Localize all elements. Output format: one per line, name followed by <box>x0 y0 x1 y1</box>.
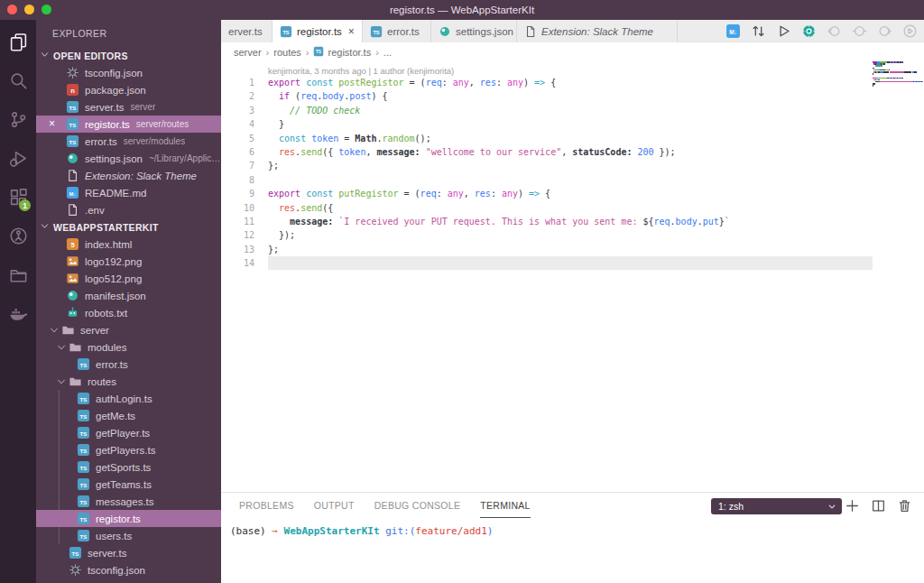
activity-git-circle[interactable] <box>0 218 36 257</box>
code-line-9[interactable]: 9export const putRegistor = (req: any, r… <box>221 187 924 200</box>
panel-tab-output[interactable]: OUTPUT <box>314 500 355 518</box>
markdown-preview-icon[interactable]: M↓ <box>725 23 742 40</box>
gear-extension-icon[interactable] <box>800 23 818 40</box>
open-editor-package.json[interactable]: npackage.json <box>36 81 221 98</box>
tree-item-messages.ts[interactable]: TSmessages.ts <box>36 493 221 510</box>
nav-back-icon[interactable] <box>826 23 843 40</box>
open-editor-error.ts[interactable]: TSerror.tsserver/modules <box>36 133 221 150</box>
folder-icon <box>69 340 82 354</box>
open-editor-.env[interactable]: .env <box>36 201 221 218</box>
tree-item-logo192.png[interactable]: logo192.png <box>36 253 221 270</box>
compare-changes-icon[interactable] <box>750 23 767 40</box>
activity-extensions[interactable]: 1 <box>0 180 36 218</box>
code-line-6[interactable]: 6 res.send({ token, message: "wellcome t… <box>221 145 924 159</box>
tree-item-getplayer.ts[interactable]: TSgetPlayer.ts <box>36 424 221 441</box>
breadcrumb-item[interactable]: TSregistor.ts <box>313 46 371 59</box>
code-line-12[interactable]: 12 }); <box>221 228 924 242</box>
json-teal-icon <box>439 25 451 38</box>
minimap[interactable] <box>873 61 922 89</box>
minimize-window-button[interactable] <box>24 5 34 14</box>
code-line-7[interactable]: 7}; <box>221 159 924 172</box>
ts-icon: TS <box>66 100 79 114</box>
code-line-8[interactable]: 8 <box>221 173 924 187</box>
terminal-content[interactable]: (base) → WebAppStarterKIt git:(feature/a… <box>221 518 924 537</box>
code-line-1[interactable]: 1export const postRegistor = (req: any, … <box>221 76 924 89</box>
activity-run-debug[interactable] <box>0 141 36 180</box>
tree-item-server.ts[interactable]: TSserver.ts <box>36 544 221 561</box>
panel-tab-terminal[interactable]: TERMINAL <box>480 500 531 518</box>
open-editor-server.ts[interactable]: TSserver.tsserver <box>36 98 221 116</box>
code-line-14[interactable]: 14 <box>221 256 924 270</box>
tree-item-registor.ts[interactable]: TSregistor.ts <box>36 510 221 527</box>
svg-text:TS: TS <box>80 362 88 368</box>
image-icon <box>66 254 79 268</box>
section-open-editors[interactable]: OPEN EDITORS <box>36 47 221 64</box>
tree-item-index.html[interactable]: 5index.html <box>36 236 221 253</box>
circle-play-icon[interactable] <box>901 23 919 40</box>
titlebar[interactable]: registor.ts — WebAppStarterKIt <box>0 0 924 20</box>
tree-item-getteams.ts[interactable]: TSgetTeams.ts <box>36 476 221 493</box>
open-editors-list: tsconfig.jsonnpackage.jsonTSserver.tsser… <box>36 64 221 218</box>
tree-item-logo512.png[interactable]: logo512.png <box>36 270 221 287</box>
open-editor-registor.ts[interactable]: ×TSregistor.tsserver/routes <box>36 116 221 133</box>
tree-item-manifest.json[interactable]: manifest.json <box>36 287 221 304</box>
section-workspace[interactable]: WEBAPPSTARTERKIT <box>36 218 221 236</box>
tree-item-modules[interactable]: modules <box>36 338 221 356</box>
tree-item-getme.ts[interactable]: TSgetMe.ts <box>36 407 221 424</box>
tab-erver.ts[interactable]: erver.ts <box>221 20 273 42</box>
activity-docker[interactable] <box>0 296 36 335</box>
close-tab-icon[interactable]: × <box>348 25 355 38</box>
code-line-2[interactable]: 2 if (req.body.post) { <box>221 89 924 103</box>
code-line-5[interactable]: 5 const token = Math.random(); <box>221 132 924 145</box>
tab-extension-slack-theme[interactable]: Extension: Slack Theme <box>517 20 678 42</box>
ts-icon: TS <box>77 512 90 525</box>
tab-error.ts[interactable]: TSerror.ts <box>363 20 431 42</box>
tree-item-getplayers.ts[interactable]: TSgetPlayers.ts <box>36 441 221 458</box>
line-number: 10 <box>221 201 268 215</box>
run-icon[interactable] <box>775 23 792 40</box>
code-line-11[interactable]: 11 message: `I received your PUT request… <box>221 215 924 228</box>
nav-forward-icon[interactable] <box>876 23 893 40</box>
tabs: erver.tsTSregistor.ts×TSerror.tssettings… <box>221 20 678 42</box>
open-editor-tsconfig.json[interactable]: tsconfig.json <box>36 64 221 81</box>
tree-item-robots.txt[interactable]: robots.txt <box>36 304 221 321</box>
tree-item-users.ts[interactable]: TSusers.ts <box>36 527 221 544</box>
tab-registor.ts[interactable]: TSregistor.ts× <box>273 20 363 42</box>
tree-item-src[interactable]: src <box>36 578 221 583</box>
code-line-10[interactable]: 10 res.send({ <box>221 201 924 215</box>
split-panel-icon[interactable] <box>871 498 887 514</box>
code-line-3[interactable]: 3 // TODO check <box>221 104 924 117</box>
activity-source-control[interactable] <box>0 102 36 141</box>
activity-explorer[interactable] <box>0 24 36 63</box>
code-editor[interactable]: kenjimorita, 3 months ago | 1 author (ke… <box>221 61 924 492</box>
code-line-13[interactable]: 13}; <box>221 243 924 256</box>
panel-tab-debug-console[interactable]: DEBUG CONSOLE <box>374 500 461 518</box>
plus-icon[interactable] <box>845 498 861 514</box>
trash-icon[interactable] <box>897 498 913 514</box>
tree-item-routes[interactable]: routes <box>36 373 221 390</box>
tab-settings.json[interactable]: settings.json <box>431 20 517 42</box>
tree-item-getsports.ts[interactable]: TSgetSports.ts <box>36 458 221 476</box>
codelens-annotation[interactable]: kenjimorita, 3 months ago | 1 author (ke… <box>221 61 924 76</box>
tree-item-tsconfig.json[interactable]: tsconfig.json <box>36 561 221 578</box>
nav-dot-icon[interactable] <box>851 23 868 40</box>
tree-item-server[interactable]: server <box>36 321 221 338</box>
zoom-window-button[interactable] <box>42 5 51 14</box>
activity-search[interactable] <box>0 63 36 102</box>
close-icon[interactable]: × <box>49 117 55 130</box>
close-window-button[interactable] <box>7 5 17 14</box>
open-editor-extension-slack-theme[interactable]: Extension: Slack Theme <box>36 167 221 184</box>
panel-tab-problems[interactable]: PROBLEMS <box>239 500 294 518</box>
breadcrumb-item[interactable]: server <box>234 47 262 58</box>
breadcrumb-item[interactable]: routes <box>273 47 301 58</box>
terminal-select-dropdown[interactable]: 1: zsh <box>711 498 842 514</box>
open-editor-settings.json[interactable]: settings.json~/Library/Applicati... <box>36 150 221 167</box>
code-line-4[interactable]: 4 } <box>221 117 924 131</box>
json-teal-icon <box>66 152 79 165</box>
editor-path-detail: server/modules <box>124 136 185 146</box>
breadcrumb-item[interactable]: ... <box>383 47 392 58</box>
tree-item-error.ts[interactable]: TSerror.ts <box>36 356 221 373</box>
open-editor-readme.md[interactable]: M↓README.md <box>36 184 221 201</box>
tree-item-authlogin.ts[interactable]: TSauthLogin.ts <box>36 390 221 407</box>
activity-folder-library[interactable] <box>0 257 36 296</box>
